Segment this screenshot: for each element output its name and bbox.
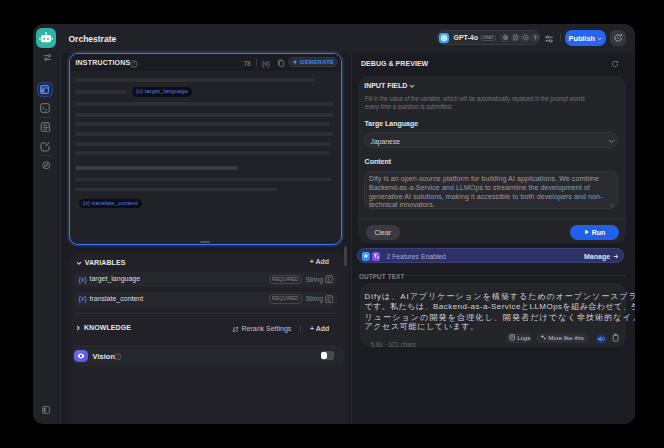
svg-text:?: ? bbox=[117, 354, 120, 359]
svg-text:?: ? bbox=[133, 61, 136, 66]
